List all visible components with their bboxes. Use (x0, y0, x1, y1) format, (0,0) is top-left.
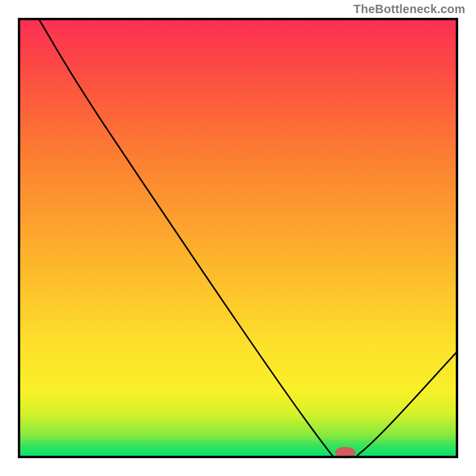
plot-background (19, 19, 457, 457)
chart-svg (0, 0, 476, 476)
chart-root: TheBottleneck.com (0, 0, 476, 476)
watermark-label: TheBottleneck.com (353, 2, 465, 16)
